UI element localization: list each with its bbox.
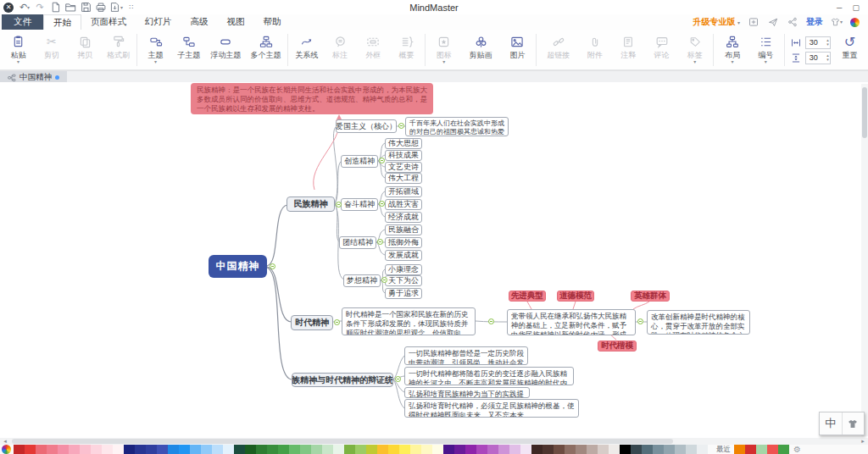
color-swatch[interactable] — [289, 445, 300, 454]
topic-creative-spirit[interactable]: 创造精神 — [341, 155, 378, 168]
horizontal-spacing-input[interactable]: 30 ▴▾ — [805, 36, 831, 49]
tool-reset[interactable]: ↺ 重置 — [833, 30, 866, 69]
leaf-world-for-all[interactable]: 天下为公 — [385, 275, 422, 286]
collapse-button[interactable] — [379, 158, 385, 163]
branch-dialectical-unity[interactable]: 民族精神与时代精神的辩证统一 — [292, 373, 393, 387]
color-swatch[interactable] — [223, 445, 234, 454]
new-document-button[interactable] — [48, 2, 62, 14]
color-swatch[interactable] — [201, 445, 212, 454]
leaf-times-definition[interactable]: 时代精神是一个国家和民族在新的历史条件下形成和发展的，体现民族特质并顺应时代潮流… — [342, 307, 476, 335]
tool-subtopic[interactable]: 子主题 — [172, 30, 205, 69]
fullscreen-icon[interactable] — [748, 17, 760, 28]
branch-spirit-of-times[interactable]: 时代精神 — [291, 315, 333, 330]
color-swatch[interactable] — [113, 445, 124, 454]
color-swatch[interactable] — [377, 445, 388, 454]
vertical-scrollbar[interactable] — [861, 84, 868, 436]
color-swatch[interactable] — [179, 445, 190, 454]
color-swatch[interactable] — [124, 445, 135, 454]
color-swatch[interactable] — [631, 445, 642, 454]
color-swatch[interactable] — [322, 445, 333, 454]
floating-note-topic[interactable]: 民族精神：是一个民族在长期共同生活和社会实践中形成的，为本民族大多数成员所认同的… — [191, 83, 433, 114]
color-swatch[interactable] — [256, 445, 267, 454]
color-swatch[interactable] — [756, 445, 767, 454]
color-swatch[interactable] — [245, 445, 256, 454]
ime-theme-button[interactable] — [842, 412, 865, 435]
collapse-button[interactable] — [488, 318, 494, 324]
tool-topic[interactable]: 主题 ▾ — [139, 30, 172, 69]
open-file-button[interactable] — [64, 2, 77, 14]
menu-view[interactable]: 视图 — [218, 14, 254, 30]
mindmap-canvas[interactable]: 民族精神：是一个民族在长期共同生活和社会实践中形成的，为本民族大多数成员所认同的… — [0, 82, 868, 438]
leaf-reform-innovation-core[interactable]: 改革创新精神是时代精神的核心，贯穿于改革开放的全部实践，体现在时代精神的各个方面… — [647, 310, 750, 335]
color-swatch[interactable] — [168, 445, 179, 454]
color-swatch[interactable] — [487, 445, 498, 454]
collapse-button[interactable] — [334, 319, 340, 325]
leaf-unity-point-1[interactable]: 一切民族精神都曾经是一定历史阶段中带动潮流，引领风尚、推动社会发展的时代精神。 — [404, 346, 528, 365]
collapse-button[interactable] — [381, 277, 387, 283]
print-button[interactable] — [94, 2, 108, 14]
topic-dream-spirit[interactable]: 梦想精神 — [343, 274, 381, 287]
color-swatch[interactable] — [432, 445, 443, 454]
vertical-scroll-thumb[interactable] — [862, 87, 867, 138]
color-swatch[interactable] — [554, 445, 565, 454]
color-swatch[interactable] — [587, 445, 598, 454]
minimize-button[interactable]: ─ — [837, 3, 842, 12]
vertical-spacing-input[interactable]: 30 ▴▾ — [805, 52, 831, 64]
leaf-times-formation[interactable]: 党带领人民在继承和弘扬伟大民族精神的基础上，立足新时代条件，赋予中华民族精神以新… — [507, 309, 636, 335]
menu-page-style[interactable]: 页面样式 — [81, 14, 136, 30]
color-swatch[interactable] — [778, 445, 789, 454]
color-swatch[interactable] — [542, 445, 554, 454]
leaf-unity-point-2[interactable]: 一切时代精神都将随着历史的变迁逐步融入民族精神的长河之中，不断丰富和发展民族精神… — [404, 367, 574, 385]
color-swatch[interactable] — [686, 445, 697, 454]
palette-settings-gear-icon[interactable]: ⚙ — [793, 445, 801, 454]
color-swatch[interactable] — [476, 445, 487, 454]
theme-shirt-icon[interactable]: ▾ — [831, 17, 843, 28]
export-button[interactable]: ▾ — [109, 2, 123, 14]
share-icon[interactable] — [787, 17, 798, 28]
send-feedback-icon[interactable] — [767, 17, 779, 28]
restore-button[interactable]: ▢ — [852, 3, 860, 12]
color-swatch[interactable] — [388, 445, 399, 454]
color-swatch[interactable] — [653, 445, 664, 454]
color-swatch[interactable] — [366, 445, 377, 454]
horizontal-scroll-thumb[interactable] — [12, 439, 673, 444]
color-swatch[interactable] — [609, 445, 620, 454]
color-swatch[interactable] — [642, 445, 653, 454]
color-swatch[interactable] — [102, 445, 113, 454]
topic-struggle-spirit[interactable]: 奋斗精神 — [341, 198, 378, 211]
color-swatch[interactable] — [598, 445, 609, 454]
ime-language-button[interactable]: 中 — [820, 412, 842, 435]
leaf-unity-point-4[interactable]: 弘扬和培育时代精神，必须立足民族精神的根基，使得时代精神既面向未来，又不忘本来。 — [404, 399, 579, 418]
save-button[interactable] — [79, 2, 92, 14]
color-swatch[interactable] — [410, 445, 421, 454]
leaf-great-projects[interactable]: 伟大工程 — [385, 173, 422, 184]
color-swatch[interactable] — [146, 445, 157, 454]
horizontal-scrollbar[interactable]: ◂ ▸ — [0, 438, 868, 445]
tool-multi-topic[interactable]: 多个主题 — [246, 30, 286, 69]
color-swatch[interactable] — [465, 445, 476, 454]
scroll-right-button[interactable]: ▸ — [858, 438, 868, 445]
color-swatch[interactable] — [355, 445, 366, 454]
branch-national-spirit[interactable]: 民族精神 — [287, 197, 335, 212]
color-swatch[interactable] — [267, 445, 278, 454]
scroll-left-button[interactable]: ◂ — [0, 438, 10, 445]
color-swatch[interactable] — [664, 445, 675, 454]
redo-button[interactable]: ↷ — [33, 2, 47, 14]
color-swatch[interactable] — [212, 445, 223, 454]
color-swatch[interactable] — [498, 445, 509, 454]
color-swatch[interactable] — [734, 445, 745, 454]
color-swatch[interactable] — [443, 445, 454, 454]
color-swatch[interactable] — [69, 445, 80, 454]
collapse-button[interactable] — [395, 376, 401, 382]
leaf-xiaokang-concept[interactable]: 小康理念 — [385, 264, 422, 275]
leaf-great-thoughts[interactable]: 伟大思想 — [385, 138, 422, 149]
leaf-ethnic-integration[interactable]: 民族融合 — [385, 224, 422, 235]
color-swatch[interactable] — [47, 445, 58, 454]
color-swatch[interactable] — [620, 445, 631, 454]
spin-down-icon[interactable]: ▾ — [826, 58, 829, 62]
tool-clipart[interactable]: 剪贴画 — [460, 30, 500, 69]
color-swatch[interactable] — [531, 445, 542, 454]
color-swatch[interactable] — [565, 445, 576, 454]
leaf-tech-achievements[interactable]: 科技成果 — [385, 150, 422, 161]
color-swatch[interactable] — [745, 445, 756, 454]
